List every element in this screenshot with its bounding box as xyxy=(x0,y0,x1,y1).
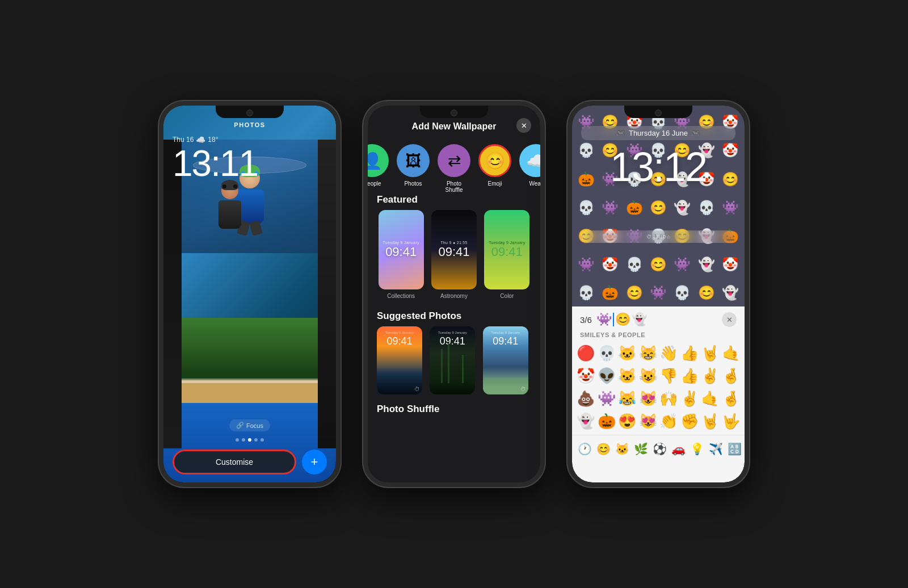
suggested-3[interactable]: Tuesday 9 January 09:41 ⏱ xyxy=(483,326,531,394)
wtype-weather[interactable]: ☁️ Weat xyxy=(519,144,540,193)
suggested-2[interactable]: Tuesday 9 January 09:41 xyxy=(430,326,478,394)
eg-49: 👻 xyxy=(718,279,742,307)
eg-47: 💀 xyxy=(670,279,694,307)
ep-cell-32[interactable]: 🤟 xyxy=(721,410,742,432)
ep-cell-22[interactable]: ✌️ xyxy=(679,387,700,410)
cat-travel[interactable]: ✈️ xyxy=(707,440,725,458)
ep-emoji-2: 😊 xyxy=(615,312,630,327)
ep-cell-10[interactable]: 👽 xyxy=(596,364,617,387)
cat-sports[interactable]: ⚽ xyxy=(650,440,669,458)
ep-cell-21[interactable]: 🙌 xyxy=(658,387,679,410)
ep-cell-15[interactable]: ✌️ xyxy=(700,364,721,387)
ep-cell-17[interactable]: 💩 xyxy=(575,387,596,410)
eg-46: 👾 xyxy=(646,279,670,307)
ep-close-button[interactable]: ✕ xyxy=(722,312,737,327)
wallpaper-types: 👤 People 🖼 Photos ⇄ Photo Shuffle 😊 Emoj… xyxy=(368,140,540,198)
wtype-emoji[interactable]: 😊 Emoji xyxy=(478,144,511,193)
ep-cell-4[interactable]: 😸 xyxy=(638,342,659,364)
ep-cell-18[interactable]: 👾 xyxy=(596,387,617,410)
phone1-dots xyxy=(163,438,336,442)
ep-emoji-grid: 🔴 💀 🐱 😸 👋 👍 🤘 🤙 🤡 👽 🐱 😺 👎 👍 ✌️ 🤞 💩 xyxy=(572,342,745,432)
customise-button[interactable]: Customise xyxy=(173,450,296,474)
cat-recent[interactable]: 🕐 xyxy=(575,440,594,458)
ep-cell-8[interactable]: 🤙 xyxy=(721,342,742,364)
ep-cell-16[interactable]: 🤞 xyxy=(721,364,742,387)
ep-cell-25[interactable]: 👻 xyxy=(575,410,596,432)
weather-label: Weat xyxy=(529,180,540,187)
ep-cell-2[interactable]: 💀 xyxy=(596,342,617,364)
ep-cell-9[interactable]: 🤡 xyxy=(575,364,596,387)
color-preview: Tuesday 9 January 09:41 xyxy=(484,210,529,289)
photo-shuffle-title: Photo Shuffle xyxy=(368,401,540,415)
phone1-screen: PHOTOS xyxy=(163,106,336,482)
ep-cell-26[interactable]: 🎃 xyxy=(596,410,617,432)
suggested-preview-1: Tuesday 9 January 09:41 ⏱ xyxy=(377,326,422,394)
ep-cell-1[interactable]: 🔴 xyxy=(575,342,596,364)
phone2-header: Add New Wallpaper xyxy=(368,121,540,132)
eg-45: 😊 xyxy=(623,279,646,307)
ep-cell-28[interactable]: 😻 xyxy=(638,410,659,432)
ep-emoji-1: 👾 xyxy=(596,312,612,327)
phone2-camera xyxy=(451,110,457,116)
cat-symbols[interactable]: 🔠 xyxy=(725,440,744,458)
ep-cell-11[interactable]: 🐱 xyxy=(617,364,638,387)
cat-smileys[interactable]: 😊 xyxy=(594,440,613,458)
ep-counter: 3/6 xyxy=(580,315,592,325)
weather-circle: ☁️ xyxy=(519,144,540,177)
ep-cell-27[interactable]: 😍 xyxy=(617,410,638,432)
people-label: People xyxy=(368,180,381,187)
ep-cell-7[interactable]: 🤘 xyxy=(700,342,721,364)
phone1-focus: 🔗 Focus xyxy=(229,419,270,431)
collections-time: 09:41 xyxy=(385,245,417,259)
ep-cell-31[interactable]: 🤘 xyxy=(700,410,721,432)
phone3-notifications: ⏱ 13:10 ⌂ xyxy=(581,230,735,243)
ep-cell-14[interactable]: 👍 xyxy=(679,364,700,387)
ep-cell-6[interactable]: 👍 xyxy=(679,342,700,364)
eg-48: 😊 xyxy=(694,279,718,307)
cat-objects[interactable]: 💡 xyxy=(688,440,707,458)
wtype-people[interactable]: 👤 People xyxy=(368,144,389,193)
ep-cell-3[interactable]: 🐱 xyxy=(617,342,638,364)
cat-nature[interactable]: 🌿 xyxy=(632,440,650,458)
ep-cursor xyxy=(613,313,614,326)
phone3-screen: 👾 😊 🤡 💀 👾 😊 🤡 💀 😊 👾 💀 😊 👻 🤡 🎃 👾 💀 😊 👻 xyxy=(572,106,745,482)
date-emoji-right: 🎮 xyxy=(691,129,700,137)
eg-22: 💀 xyxy=(574,194,598,222)
emoji-picker: 3/6 👾 😊 👻 ✕ SMILEYS & PEOPLE 🔴 💀 🐱 😸 👋 👍 xyxy=(572,306,745,482)
phone1-bottom: Customise + xyxy=(173,450,327,474)
featured-color[interactable]: Tuesday 9 January 09:41 Color xyxy=(483,210,531,299)
phone3-notif-bar: ⏱ 13:10 ⌂ xyxy=(581,230,735,243)
ep-cell-5[interactable]: 👋 xyxy=(658,342,679,364)
eg-43: 💀 xyxy=(574,279,598,307)
suggested-1[interactable]: Tuesday 9 January 09:41 ⏱ xyxy=(377,326,425,394)
suggested-title: Suggested Photos xyxy=(368,306,540,326)
ep-cell-20[interactable]: 😻 xyxy=(638,387,659,410)
astronomy-preview: Thu 9 ● 21:55 09:41 xyxy=(431,210,477,289)
phone1-header: PHOTOS xyxy=(163,121,336,128)
ep-cell-29[interactable]: 👏 xyxy=(658,410,679,432)
astronomy-time: 09:41 xyxy=(438,245,469,259)
ep-cell-24[interactable]: 🤞 xyxy=(721,387,742,410)
cat-vehicles[interactable]: 🚗 xyxy=(669,440,688,458)
cat-flags[interactable]: 🏴 xyxy=(744,440,745,458)
plus-button[interactable]: + xyxy=(302,450,327,474)
eg-23: 👾 xyxy=(598,194,622,222)
wtype-photos[interactable]: 🖼 Photos xyxy=(397,144,430,193)
ep-cell-30[interactable]: ✊ xyxy=(679,410,700,432)
eg-28: 👾 xyxy=(718,194,742,222)
close-button[interactable]: ✕ xyxy=(516,118,531,133)
ep-cell-19[interactable]: 😹 xyxy=(617,387,638,410)
phone1-clock: 13:11 xyxy=(173,145,327,182)
featured-astronomy[interactable]: Thu 9 ● 21:55 09:41 Astronomy xyxy=(430,210,478,299)
ep-cell-12[interactable]: 😺 xyxy=(638,364,659,387)
phone1-time-area: Thu 16 ☁️ 18° 13:11 xyxy=(163,131,336,186)
wtype-shuffle[interactable]: ⇄ Photo Shuffle xyxy=(438,144,470,193)
cat-animals[interactable]: 🐱 xyxy=(613,440,632,458)
color-date: Tuesday 9 January xyxy=(489,241,525,245)
ep-cell-23[interactable]: 🤙 xyxy=(700,387,721,410)
phone3-time-overlay: 🎮 Thursday 16 June 🎮 13:12 xyxy=(581,126,735,190)
eg-41: 👻 xyxy=(694,250,718,279)
suggested-preview-2: Tuesday 9 January 09:41 xyxy=(430,326,475,394)
ep-cell-13[interactable]: 👎 xyxy=(658,364,679,387)
featured-collections[interactable]: Tuesday 9 January 09:41 Collections xyxy=(377,210,425,299)
